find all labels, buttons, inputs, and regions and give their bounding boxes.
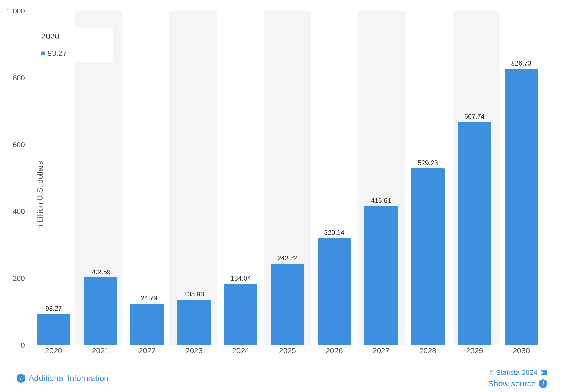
- x-axis-label: 2021: [77, 346, 124, 355]
- bar-group: 320.14: [311, 11, 358, 345]
- bar-group: 202.59: [77, 11, 124, 345]
- footer: i Additional Information © Statista 2024…: [0, 364, 564, 392]
- bar-group: 184.04: [217, 11, 264, 345]
- bar-group: 415.61: [358, 11, 405, 345]
- bar-value-label: 124.79: [137, 294, 157, 302]
- bar-group: 124.79: [124, 11, 171, 345]
- chart-area: 02004006008001,000 93.27202.59124.79135.…: [28, 11, 547, 356]
- bar-value-label: 202.59: [90, 268, 110, 276]
- x-axis-label: 2029: [451, 346, 498, 355]
- info-icon: i: [17, 374, 25, 383]
- bar-group: 529.23: [405, 11, 451, 345]
- x-axis-label: 2026: [311, 346, 358, 355]
- x-axis-label: 2027: [358, 346, 405, 355]
- bar-value-label: 243.72: [277, 254, 297, 262]
- bar[interactable]: [458, 122, 491, 345]
- bar[interactable]: [505, 69, 538, 345]
- show-source-label: Show source: [488, 379, 536, 388]
- bar[interactable]: [37, 314, 70, 345]
- bar[interactable]: [271, 264, 304, 345]
- grid-label: 600: [13, 140, 25, 149]
- footer-right: © Statista 2024 Show source i: [488, 368, 547, 388]
- bars-container: 93.27202.59124.79135.93184.04243.72320.1…: [28, 11, 547, 345]
- source-info-icon: i: [539, 379, 547, 388]
- bar[interactable]: [84, 277, 117, 345]
- additional-info-button[interactable]: i Additional Information: [17, 374, 109, 383]
- x-axis-label: 2022: [124, 346, 171, 355]
- x-axis-label: 2028: [405, 346, 451, 355]
- bar-group: 667.74: [451, 11, 498, 345]
- bar[interactable]: [364, 206, 398, 345]
- x-axis-label: 2025: [264, 346, 311, 355]
- additional-info-label: Additional Information: [29, 374, 109, 383]
- bar-value-label: 184.04: [231, 274, 251, 282]
- x-axis-label: 2023: [170, 346, 217, 355]
- bar-group: 243.72: [264, 11, 311, 345]
- bar-group: 93.27: [30, 11, 77, 345]
- x-axis-label: 2030: [498, 346, 545, 355]
- bar-value-label: 320.14: [324, 229, 344, 236]
- bar-value-label: 667.74: [465, 113, 485, 120]
- bar-group: 135.93: [170, 11, 217, 345]
- bar[interactable]: [318, 238, 351, 345]
- statista-credit-text: © Statista 2024: [489, 368, 538, 377]
- bar-value-label: 529.23: [418, 159, 438, 167]
- bar[interactable]: [130, 304, 164, 345]
- show-source-button[interactable]: Show source i: [488, 379, 547, 388]
- x-axis-label: 2020: [30, 346, 77, 355]
- grid-label: 400: [13, 207, 25, 216]
- x-axis-label: 2024: [217, 346, 264, 355]
- bar[interactable]: [177, 300, 211, 345]
- grid-label: 200: [13, 274, 25, 283]
- statista-credit: © Statista 2024: [489, 368, 547, 377]
- grid-label: 0: [21, 341, 25, 350]
- bar-value-label: 93.27: [45, 305, 62, 312]
- bar-group: 826.73: [498, 11, 545, 345]
- bar-value-label: 826.73: [511, 59, 531, 67]
- chart-container: In billion U.S. dollars 02004006008001,0…: [0, 0, 564, 392]
- grid-label: 1,000: [7, 7, 25, 15]
- bar-value-label: 135.93: [184, 290, 204, 298]
- bar[interactable]: [224, 284, 257, 345]
- flag-icon: [540, 370, 547, 375]
- grid-label: 800: [13, 74, 25, 82]
- bar[interactable]: [411, 168, 444, 345]
- bar-value-label: 415.61: [371, 197, 391, 205]
- x-labels-container: 2020202120222023202420252026202720282029…: [28, 345, 547, 356]
